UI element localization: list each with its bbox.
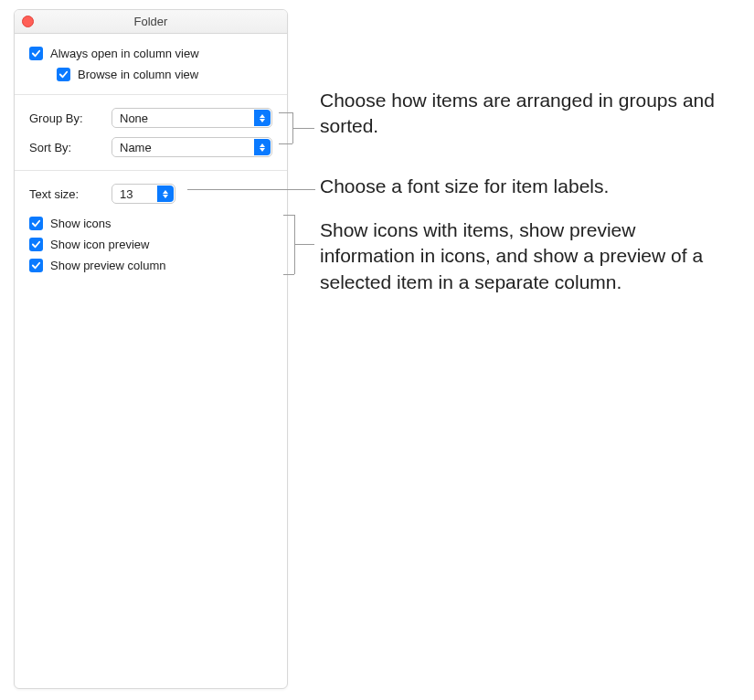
updown-icon [254,110,271,126]
text-size-row: Text size: 13 [29,184,272,204]
check-icon [31,218,41,228]
section-display: Text size: 13 Show icons Show icon [15,171,287,285]
group-by-value: None [120,111,148,125]
callout-leader [294,244,314,245]
view-options-panel: Folder Always open in column view Browse… [14,9,288,689]
show-preview-column-label: Show preview column [50,259,165,272]
always-open-column-checkbox[interactable] [29,47,43,60]
browse-column-checkbox[interactable] [57,68,70,81]
annotation-show-opts: Show icons with items, show preview info… [320,217,731,295]
check-icon [31,48,41,58]
text-size-label: Text size: [29,187,112,201]
sort-by-popup[interactable]: Name [112,137,272,157]
check-icon [31,239,41,249]
stage: Folder Always open in column view Browse… [0,0,754,700]
section-group-sort: Group By: None Sort By: Name [15,95,287,171]
show-icons-label: Show icons [50,217,111,230]
show-icon-preview-row: Show icon preview [29,238,272,251]
show-preview-column-checkbox[interactable] [29,259,43,272]
text-size-value: 13 [120,187,133,201]
callout-leader [187,189,315,190]
group-by-label: Group By: [29,111,112,125]
callout-bracket [279,143,292,144]
check-icon [58,69,69,80]
group-by-row: Group By: None [29,108,272,128]
sort-by-value: Name [120,141,152,154]
window-title: Folder [134,15,168,28]
check-icon [31,260,41,270]
callout-leader [292,128,314,129]
callout-bracket [279,112,292,113]
text-size-popup[interactable]: 13 [112,184,175,204]
always-open-column-row: Always open in column view [29,47,272,60]
callout-bracket [283,274,294,275]
show-icons-row: Show icons [29,217,272,230]
annotation-group-sort: Choose how items are arranged in groups … [320,88,731,140]
show-preview-column-row: Show preview column [29,259,272,272]
callout-bracket [283,215,294,216]
browse-column-label: Browse in column view [78,68,198,81]
updown-icon [254,139,271,155]
sort-by-row: Sort By: Name [29,137,272,157]
sort-by-label: Sort By: [29,141,112,154]
group-by-popup[interactable]: None [112,108,272,128]
show-icon-preview-label: Show icon preview [50,238,149,251]
show-icons-checkbox[interactable] [29,217,43,230]
always-open-column-label: Always open in column view [50,47,199,60]
show-icon-preview-checkbox[interactable] [29,238,43,251]
titlebar: Folder [15,10,287,34]
close-button[interactable] [22,16,34,27]
updown-icon [157,186,174,202]
annotation-text-size: Choose a font size for item labels. [320,174,731,199]
section-column-view: Always open in column view Browse in col… [15,34,287,95]
browse-column-row: Browse in column view [57,68,272,81]
